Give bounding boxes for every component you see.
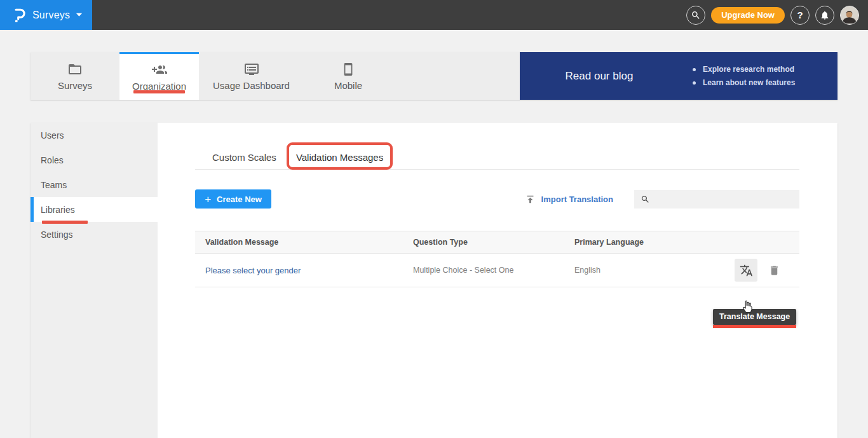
plus-icon: +: [205, 194, 211, 205]
tab-surveys[interactable]: Surveys: [31, 52, 119, 100]
upgrade-now-button[interactable]: Upgrade Now: [711, 7, 785, 24]
table-header-row: Validation Message Question Type Primary…: [195, 231, 799, 254]
tab-label: Surveys: [58, 80, 92, 91]
topbar-actions: Upgrade Now ?: [686, 0, 859, 30]
column-header-primary-language: Primary Language: [574, 238, 799, 247]
bell-icon: [820, 10, 830, 20]
libraries-content: Custom Scales Validation Messages + Crea…: [158, 147, 837, 438]
sidebar-item-label: Settings: [41, 229, 73, 240]
global-search-button[interactable]: [686, 6, 705, 25]
question-type-cell: Multiple Choice - Select One: [413, 266, 574, 275]
notifications-button[interactable]: [815, 6, 834, 25]
tab-validation-messages[interactable]: Validation Messages: [295, 147, 384, 169]
tooltip-translate-message: Translate Message: [713, 309, 796, 325]
main-card: Users Roles Teams Libraries Settings Cus…: [31, 123, 837, 438]
delete-button[interactable]: [766, 259, 782, 282]
folder-icon: [67, 62, 83, 77]
tab-organization[interactable]: Organization: [119, 52, 199, 100]
banner-bullet-list: Explore research method Learn about new …: [679, 63, 795, 90]
tooltip-label: Translate Message: [719, 312, 790, 321]
tab-label: Mobile: [334, 80, 362, 91]
avatar[interactable]: [840, 6, 859, 25]
primary-language-cell: English: [574, 266, 735, 275]
tab-custom-scales[interactable]: Custom Scales: [211, 147, 278, 169]
product-switcher-label: Surveys: [32, 10, 70, 21]
validation-messages-table: Validation Message Question Type Primary…: [195, 231, 799, 287]
blog-banner[interactable]: Read our blog Explore research method Le…: [520, 52, 837, 100]
sidebar-item-label: Libraries: [41, 205, 75, 215]
chevron-down-icon: [76, 13, 83, 17]
upload-icon: [525, 194, 536, 205]
library-tabs: Custom Scales Validation Messages: [195, 147, 799, 170]
banner-bullet: Learn about new features: [693, 76, 795, 90]
sidebar-item-settings[interactable]: Settings: [31, 222, 158, 247]
column-header-validation-message: Validation Message: [195, 238, 413, 247]
create-new-label: Create New: [217, 195, 262, 204]
translate-icon: [740, 264, 753, 277]
table-row: Please select your gender Multiple Choic…: [195, 254, 799, 287]
sidebar-item-libraries[interactable]: Libraries: [31, 197, 158, 222]
tab-mobile[interactable]: Mobile: [304, 52, 393, 100]
banner-bullet: Explore research method: [693, 63, 795, 76]
row-actions: [735, 259, 799, 282]
dashboard-icon: [244, 62, 259, 77]
help-button[interactable]: ?: [790, 6, 810, 25]
tab-label: Usage Dashboard: [213, 80, 290, 91]
table-search: [634, 190, 799, 209]
search-icon: [691, 10, 701, 20]
tab-label: Validation Messages: [296, 152, 383, 163]
app-logo[interactable]: Surveys: [0, 0, 92, 30]
import-translation-label: Import Translation: [541, 195, 613, 204]
annotation-underline-tooltip: [713, 325, 796, 328]
module-nav: Surveys Organization Usage Dashboard Mob…: [31, 52, 837, 100]
sidebar-item-roles[interactable]: Roles: [31, 147, 158, 172]
smartphone-icon: [341, 62, 355, 77]
search-input[interactable]: [655, 195, 793, 204]
search-icon: [641, 195, 650, 204]
tab-label: Organization: [132, 81, 186, 92]
column-header-question-type: Question Type: [413, 238, 574, 247]
toolbar: + Create New Import Translation: [195, 189, 799, 209]
org-sidebar: Users Roles Teams Libraries Settings: [31, 123, 158, 438]
questionpro-logo-icon: [13, 7, 27, 24]
sidebar-item-label: Teams: [41, 180, 67, 190]
sidebar-item-label: Users: [41, 130, 64, 140]
validation-message-link[interactable]: Please select your gender: [205, 266, 301, 275]
sidebar-item-users[interactable]: Users: [31, 123, 158, 147]
sidebar-item-teams[interactable]: Teams: [31, 172, 158, 197]
help-icon: ?: [797, 10, 803, 20]
trash-icon: [768, 264, 780, 277]
import-translation-link[interactable]: Import Translation: [525, 194, 613, 205]
group-add-icon: [151, 62, 168, 78]
create-new-button[interactable]: + Create New: [195, 189, 271, 209]
sidebar-item-label: Roles: [41, 155, 64, 165]
banner-title: Read our blog: [520, 70, 679, 83]
tab-label: Custom Scales: [212, 152, 276, 163]
topbar: Surveys Upgrade Now ?: [0, 0, 868, 30]
tab-usage-dashboard[interactable]: Usage Dashboard: [199, 52, 304, 100]
translate-message-button[interactable]: [735, 259, 757, 282]
